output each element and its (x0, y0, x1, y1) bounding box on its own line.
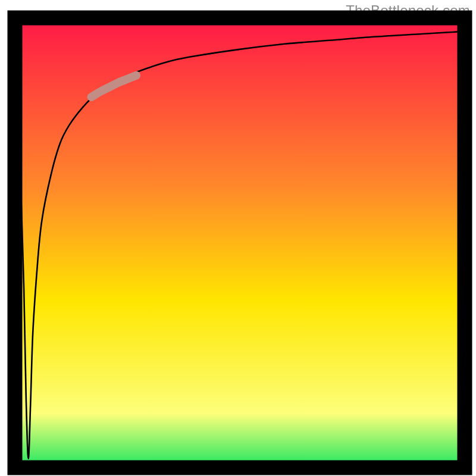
plot-svg (0, 0, 476, 476)
gradient-background (15, 18, 465, 468)
chart-container: TheBottleneck.com (0, 0, 476, 476)
